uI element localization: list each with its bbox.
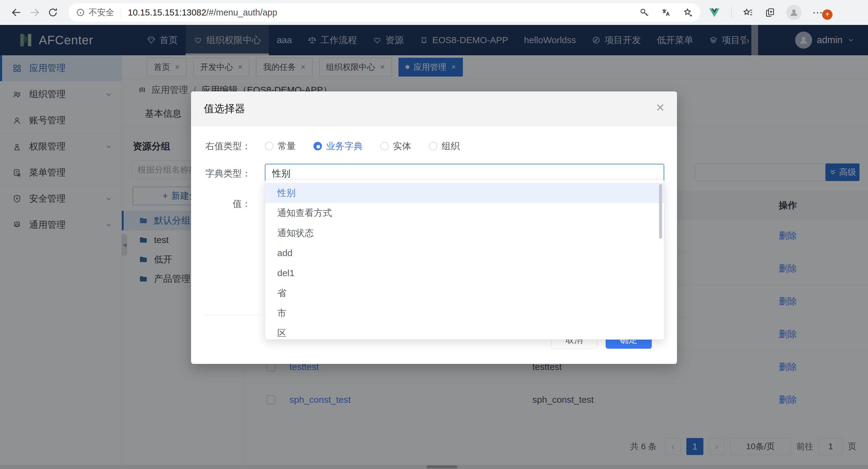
toolbar-divider	[731, 7, 732, 18]
type-radio-group: 常量 业务字典 实体 组织	[265, 140, 460, 153]
radio-circle	[380, 142, 389, 150]
dropdown-option-city[interactable]: 市	[265, 303, 664, 323]
update-badge	[822, 9, 833, 20]
browser-reload-button[interactable]	[44, 3, 62, 22]
radio-organization[interactable]: 组织	[429, 140, 460, 153]
modal-header: 值选择器 ✕	[191, 91, 677, 126]
right-value-type-row: 右值类型： 常量 业务字典 实体 组织	[191, 139, 677, 153]
security-label: 不安全	[89, 7, 114, 18]
browser-back-button[interactable]	[7, 3, 26, 22]
url-text: 10.15.15.151:13082/#/menu_auth/app	[128, 8, 277, 18]
radio-business-dict[interactable]: 业务字典	[313, 140, 363, 153]
favorites-bar-icon[interactable]	[743, 7, 753, 18]
arrow-right-icon	[29, 7, 40, 18]
vue-devtools-icon[interactable]	[708, 6, 720, 19]
address-bar[interactable]: 不安全 10.15.15.151:13082/#/menu_auth/app	[69, 3, 700, 22]
radio-constant[interactable]: 常量	[265, 140, 296, 153]
radio-circle	[265, 142, 273, 150]
url-host: 10.15.15.151:13082	[128, 8, 206, 17]
radio-circle	[429, 142, 437, 150]
browser-forward-button[interactable]	[26, 3, 44, 22]
ellipsis-icon: ⋯	[812, 7, 824, 18]
dropdown-option-add[interactable]: add	[265, 243, 664, 263]
user-icon	[789, 7, 799, 18]
bookmark-star-add-icon[interactable]	[683, 7, 693, 18]
radio-label: 组织	[442, 140, 460, 153]
dropdown-option-province[interactable]: 省	[265, 283, 664, 303]
value-label: 值：	[191, 198, 251, 210]
dropdown-option-gender[interactable]: 性别	[265, 183, 664, 203]
dict-type-label: 字典类型：	[191, 167, 251, 180]
close-icon[interactable]: ✕	[656, 102, 665, 113]
browser-chrome: 不安全 10.15.15.151:13082/#/menu_auth/app ⋯	[0, 0, 868, 25]
arrow-up-icon	[824, 11, 830, 18]
dropdown-option-notify-status[interactable]: 通知状态	[265, 223, 664, 243]
radio-label: 常量	[278, 140, 296, 153]
site-security[interactable]: 不安全	[76, 7, 114, 18]
address-divider	[121, 7, 121, 18]
dropdown-scrollbar-thumb[interactable]	[659, 184, 662, 239]
dict-type-dropdown: 性别 通知查看方式 通知状态 add del1 省 市 区	[265, 180, 664, 340]
password-key-icon[interactable]	[639, 7, 649, 18]
app-page: AFCenter 首页 组织权限中心 aaa 工作流程 资源	[0, 25, 868, 469]
url-path: /#/menu_auth/app	[206, 8, 277, 17]
collections-icon[interactable]	[765, 7, 775, 18]
radio-label: 业务字典	[326, 140, 363, 153]
modal-title: 值选择器	[204, 102, 245, 116]
browser-profile-avatar[interactable]	[786, 5, 802, 20]
browser-menu-button[interactable]: ⋯	[812, 6, 828, 19]
translate-icon[interactable]	[661, 7, 671, 18]
dropdown-option-del1[interactable]: del1	[265, 263, 664, 283]
dropdown-option-district[interactable]: 区	[265, 323, 664, 340]
radio-entity[interactable]: 实体	[380, 140, 411, 153]
arrow-left-icon	[11, 7, 22, 18]
radio-label: 实体	[393, 140, 411, 153]
radio-circle	[313, 142, 322, 150]
type-label: 右值类型：	[191, 140, 251, 153]
info-icon	[76, 8, 85, 17]
dropdown-option-notify-view[interactable]: 通知查看方式	[265, 203, 664, 223]
reload-icon	[48, 7, 58, 18]
